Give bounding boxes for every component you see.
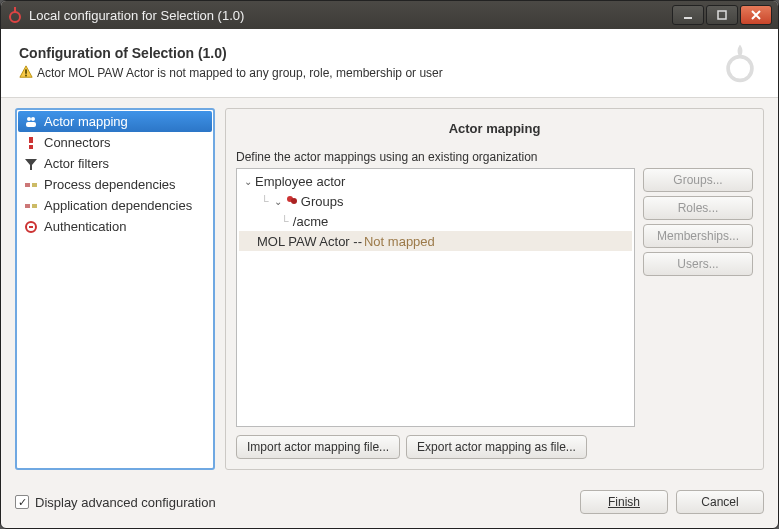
roles-button[interactable]: Roles... xyxy=(643,196,753,220)
mapping-buttons: Groups... Roles... Memberships... Users.… xyxy=(643,168,753,427)
close-button[interactable] xyxy=(740,5,772,25)
chevron-down-icon[interactable]: ⌄ xyxy=(273,196,283,207)
header: Configuration of Selection (1.0) Actor M… xyxy=(1,29,778,98)
titlebar[interactable]: Local configuration for Selection (1.0) xyxy=(1,1,778,29)
tree-row-acme[interactable]: └ /acme xyxy=(239,211,632,231)
cancel-button[interactable]: Cancel xyxy=(676,490,764,514)
content: Actor mapping Connectors Actor filters P… xyxy=(1,98,778,480)
footer: ✓ Display advanced configuration Finish … xyxy=(1,480,778,528)
brand-logo-icon xyxy=(716,39,764,87)
sidebar-item-label: Connectors xyxy=(44,135,110,150)
finish-button[interactable]: Finish xyxy=(580,490,668,514)
auth-icon xyxy=(24,220,38,234)
dependency-icon xyxy=(24,199,38,213)
tree-row-mol-paw-actor[interactable]: MOL PAW Actor -- Not mapped xyxy=(239,231,632,251)
warning-row: Actor MOL PAW Actor is not mapped to any… xyxy=(19,65,716,82)
tree-label: Groups xyxy=(301,194,344,209)
sidebar-item-actor-mapping[interactable]: Actor mapping xyxy=(18,111,212,132)
chevron-down-icon[interactable]: ⌄ xyxy=(243,176,253,187)
sidebar-item-connectors[interactable]: Connectors xyxy=(18,132,212,153)
svg-point-6 xyxy=(27,117,31,121)
groups-button[interactable]: Groups... xyxy=(643,168,753,192)
sidebar-item-application-dependencies[interactable]: Application dependencies xyxy=(18,195,212,216)
sidebar: Actor mapping Connectors Actor filters P… xyxy=(15,108,215,470)
panel-title: Actor mapping xyxy=(236,121,753,136)
users-button[interactable]: Users... xyxy=(643,252,753,276)
actors-icon xyxy=(24,115,38,129)
sidebar-item-label: Authentication xyxy=(44,219,126,234)
svg-rect-2 xyxy=(718,11,726,19)
memberships-button[interactable]: Memberships... xyxy=(643,224,753,248)
tree-guide: └ xyxy=(261,195,269,207)
tree-row-groups[interactable]: └ ⌄ Groups xyxy=(239,191,632,211)
svg-rect-14 xyxy=(32,204,37,208)
not-mapped-note: Not mapped xyxy=(364,234,435,249)
svg-point-0 xyxy=(10,12,20,22)
main-panel: Actor mapping Define the actor mappings … xyxy=(225,108,764,470)
svg-rect-11 xyxy=(25,183,30,187)
filter-icon xyxy=(24,157,38,171)
advanced-config-checkbox[interactable]: ✓ Display advanced configuration xyxy=(15,495,216,510)
actor-tree[interactable]: ⌄ Employee actor └ ⌄ Groups └ /acme M xyxy=(236,168,635,427)
sidebar-item-label: Process dependencies xyxy=(44,177,176,192)
tree-label: MOL PAW Actor -- xyxy=(257,234,362,249)
sidebar-item-label: Application dependencies xyxy=(44,198,192,213)
app-icon xyxy=(7,7,23,23)
connector-icon xyxy=(24,136,38,150)
dependency-icon xyxy=(24,178,38,192)
svg-rect-10 xyxy=(29,145,33,149)
checkbox-label: Display advanced configuration xyxy=(35,495,216,510)
tree-guide: └ xyxy=(281,215,289,227)
svg-rect-1 xyxy=(684,17,692,19)
checkbox-icon: ✓ xyxy=(15,495,29,509)
minimize-button[interactable] xyxy=(672,5,704,25)
tree-label: Employee actor xyxy=(255,174,345,189)
svg-rect-13 xyxy=(25,204,30,208)
warning-text: Actor MOL PAW Actor is not mapped to any… xyxy=(37,66,443,80)
sidebar-item-authentication[interactable]: Authentication xyxy=(18,216,212,237)
group-icon xyxy=(285,194,299,208)
maximize-button[interactable] xyxy=(706,5,738,25)
import-mapping-button[interactable]: Import actor mapping file... xyxy=(236,435,400,459)
sidebar-item-actor-filters[interactable]: Actor filters xyxy=(18,153,212,174)
page-title: Configuration of Selection (1.0) xyxy=(19,45,716,61)
svg-point-17 xyxy=(291,198,297,204)
sidebar-item-label: Actor mapping xyxy=(44,114,128,129)
tree-row-employee-actor[interactable]: ⌄ Employee actor xyxy=(239,171,632,191)
sidebar-item-label: Actor filters xyxy=(44,156,109,171)
window-title: Local configuration for Selection (1.0) xyxy=(29,8,670,23)
dialog-window: Local configuration for Selection (1.0) … xyxy=(0,0,779,529)
svg-rect-3 xyxy=(25,69,27,73)
export-mapping-button[interactable]: Export actor mapping as file... xyxy=(406,435,587,459)
svg-rect-8 xyxy=(26,122,36,127)
svg-point-7 xyxy=(31,117,35,121)
tree-label: /acme xyxy=(293,214,328,229)
panel-description: Define the actor mappings using an exist… xyxy=(236,150,753,164)
svg-point-5 xyxy=(728,57,752,81)
svg-rect-4 xyxy=(25,74,27,76)
titlebar-buttons xyxy=(670,5,772,25)
svg-rect-12 xyxy=(32,183,37,187)
warning-icon xyxy=(19,65,33,82)
sidebar-item-process-dependencies[interactable]: Process dependencies xyxy=(18,174,212,195)
svg-rect-9 xyxy=(29,137,33,143)
